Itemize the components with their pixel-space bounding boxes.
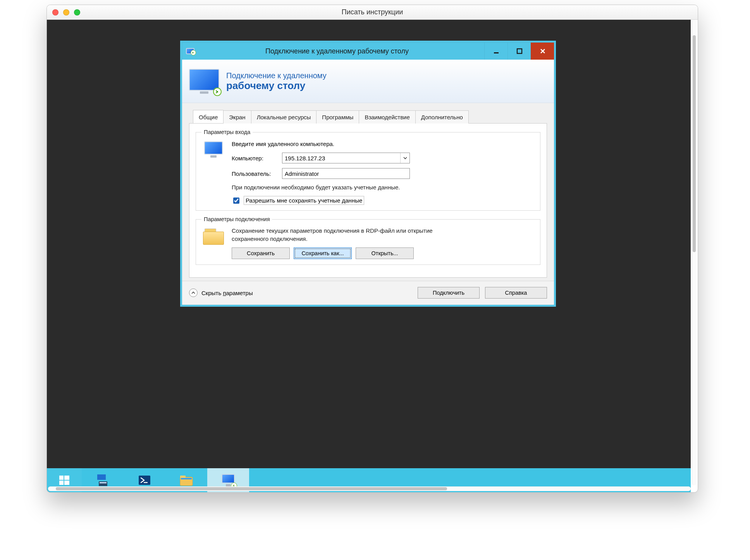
svg-rect-7	[99, 481, 107, 486]
chevron-up-icon	[189, 289, 198, 297]
credentials-note: При подключении необходимо будет указать…	[232, 184, 433, 191]
help-button[interactable]: Справка	[485, 287, 547, 299]
windows-logo-icon	[58, 474, 70, 486]
login-group: Параметры входа	[196, 129, 540, 211]
chevron-down-icon[interactable]	[400, 153, 409, 163]
rdp-titlebar[interactable]: Подключение к удаленному рабочему столу	[182, 43, 554, 60]
login-group-legend: Параметры входа	[201, 129, 253, 135]
folder-icon	[201, 227, 225, 245]
mac-vertical-scrollbar[interactable]	[692, 20, 697, 485]
close-button[interactable]	[531, 43, 554, 60]
mac-horizontal-scrollbar[interactable]	[48, 486, 691, 491]
allow-save-label[interactable]: Разрешить мне сохранять учетные данные	[244, 196, 364, 205]
windows-desktop: Подключение к удаленному рабочему столу	[47, 20, 691, 492]
svg-rect-5	[64, 481, 69, 485]
svg-rect-8	[100, 482, 107, 483]
banner-line-1: Подключение к удаленному	[226, 71, 327, 80]
connection-group-legend: Параметры подключения	[201, 216, 272, 222]
tab-panel-general: Параметры входа	[189, 123, 547, 278]
tab-general[interactable]: Общие	[193, 110, 224, 123]
svg-rect-12	[181, 478, 192, 479]
rdp-window: Подключение к удаленному рабочему столу	[182, 42, 554, 305]
login-instruction: Введите имя удаленного компьютера.	[232, 141, 535, 147]
tab-programs[interactable]: Программы	[316, 110, 359, 124]
mac-window-title: Писать инструкции	[342, 8, 403, 16]
hide-options-label: Скрыть параметры	[201, 290, 253, 296]
rdp-banner-icon	[189, 69, 219, 94]
svg-rect-2	[59, 476, 64, 480]
connection-note: Сохранение текущих параметров подключени…	[232, 227, 433, 243]
svg-rect-0	[494, 52, 499, 53]
server-manager-icon	[95, 472, 110, 488]
mac-titlebar[interactable]: Писать инструкции	[47, 5, 698, 20]
computer-label: Компьютер:	[232, 155, 282, 161]
svg-rect-4	[59, 481, 64, 485]
traffic-close-icon[interactable]	[52, 9, 58, 15]
file-explorer-icon	[178, 472, 194, 488]
save-button[interactable]: Сохранить	[232, 247, 290, 259]
maximize-button[interactable]	[507, 43, 531, 60]
svg-rect-6	[97, 474, 106, 480]
traffic-minimize-icon[interactable]	[63, 9, 69, 15]
allow-save-checkbox[interactable]	[233, 198, 239, 204]
hide-options-toggle[interactable]: Скрыть параметры	[189, 289, 253, 297]
traffic-zoom-icon[interactable]	[74, 9, 80, 15]
rdp-window-title: Подключение к удаленному рабочему столу	[182, 47, 492, 55]
minimize-button[interactable]	[484, 43, 507, 60]
mac-host-window: Писать инструкции	[46, 5, 698, 493]
tab-experience[interactable]: Взаимодействие	[359, 110, 415, 124]
svg-rect-11	[180, 476, 186, 478]
computer-input[interactable]	[282, 153, 400, 163]
rdp-banner: Подключение к удаленному рабочему столу	[182, 60, 554, 103]
open-button[interactable]: Открыть...	[356, 247, 414, 259]
tab-strip: Общие Экран Локальные ресурсы Программы …	[189, 110, 547, 123]
powershell-icon	[137, 472, 152, 488]
svg-rect-1	[517, 49, 522, 53]
user-input[interactable]	[282, 168, 410, 179]
computer-combobox[interactable]	[282, 153, 410, 163]
connection-group: Параметры подключения Сохранение текущих…	[196, 216, 540, 265]
tab-advanced[interactable]: Дополнительно	[415, 110, 469, 124]
save-as-button[interactable]: Сохранить как...	[294, 247, 352, 259]
rdp-taskbar-icon	[222, 474, 235, 486]
connect-button[interactable]: Подключить	[418, 287, 480, 299]
user-label: Пользователь:	[232, 170, 282, 177]
banner-line-2: рабочему столу	[226, 80, 327, 91]
tab-display[interactable]: Экран	[223, 110, 251, 124]
tab-local[interactable]: Локальные ресурсы	[251, 110, 317, 124]
svg-rect-3	[64, 476, 69, 480]
computer-icon	[201, 140, 225, 158]
